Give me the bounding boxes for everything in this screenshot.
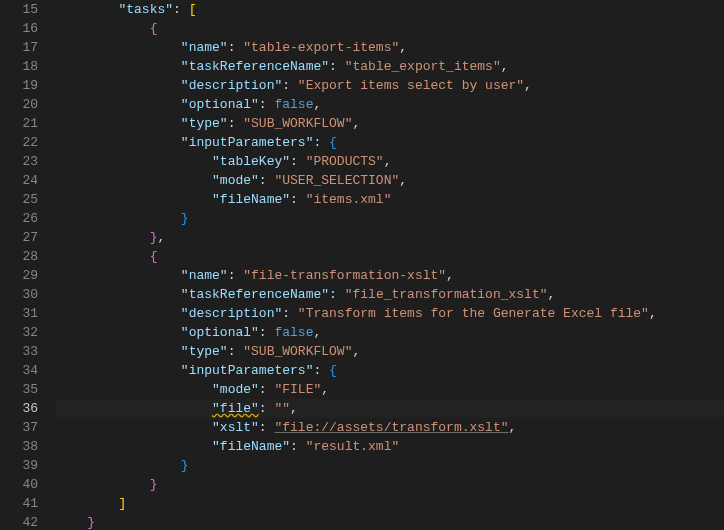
- token-brace3: {: [329, 135, 337, 150]
- token-punct: ,: [509, 420, 517, 435]
- token-key: "inputParameters": [181, 135, 314, 150]
- code-line[interactable]: "description": "Transform items for the …: [56, 304, 724, 323]
- code-line[interactable]: "tableKey": "PRODUCTS",: [56, 152, 724, 171]
- token-punct: :: [259, 401, 275, 416]
- token-brace2: {: [150, 21, 158, 36]
- code-line[interactable]: "mode": "FILE",: [56, 380, 724, 399]
- token-punct: ,: [352, 344, 360, 359]
- line-number: 22: [0, 133, 38, 152]
- token-str: "PRODUCTS": [306, 154, 384, 169]
- line-number: 27: [0, 228, 38, 247]
- token-str: "items.xml": [306, 192, 392, 207]
- token-punct: :: [290, 192, 306, 207]
- token-key: "name": [181, 40, 228, 55]
- code-line[interactable]: "type": "SUB_WORKFLOW",: [56, 342, 724, 361]
- token-key: "description": [181, 78, 282, 93]
- line-number: 26: [0, 209, 38, 228]
- token-punct: ,: [399, 40, 407, 55]
- line-number: 16: [0, 19, 38, 38]
- code-line[interactable]: "optional": false,: [56, 95, 724, 114]
- token-str: "table-export-items": [243, 40, 399, 55]
- code-line[interactable]: "fileName": "items.xml": [56, 190, 724, 209]
- line-number: 30: [0, 285, 38, 304]
- code-line[interactable]: {: [56, 19, 724, 38]
- code-line[interactable]: "name": "file-transformation-xslt",: [56, 266, 724, 285]
- token-str: "FILE": [274, 382, 321, 397]
- code-line[interactable]: "inputParameters": {: [56, 361, 724, 380]
- token-str: "table_export_items": [345, 59, 501, 74]
- token-brace3: }: [181, 458, 189, 473]
- token-punct: :: [282, 78, 298, 93]
- token-punct: ,: [384, 154, 392, 169]
- line-number: 35: [0, 380, 38, 399]
- token-brace2: }: [87, 515, 95, 530]
- token-str: "USER_SELECTION": [274, 173, 399, 188]
- line-number: 28: [0, 247, 38, 266]
- token-bool: false: [274, 97, 313, 112]
- line-number: 34: [0, 361, 38, 380]
- token-punct: :: [313, 135, 329, 150]
- token-punct: :: [259, 173, 275, 188]
- code-line[interactable]: "type": "SUB_WORKFLOW",: [56, 114, 724, 133]
- token-key: "description": [181, 306, 282, 321]
- token-punct: :: [282, 306, 298, 321]
- code-line[interactable]: {: [56, 247, 724, 266]
- token-key: "file": [212, 401, 259, 416]
- code-line[interactable]: "taskReferenceName": "table_export_items…: [56, 57, 724, 76]
- line-number: 19: [0, 76, 38, 95]
- token-key: "mode": [212, 173, 259, 188]
- code-line[interactable]: "name": "table-export-items",: [56, 38, 724, 57]
- token-key: "xslt": [212, 420, 259, 435]
- line-number: 39: [0, 456, 38, 475]
- token-punct: :: [329, 287, 345, 302]
- code-line[interactable]: "fileName": "result.xml": [56, 437, 724, 456]
- token-key: "taskReferenceName": [181, 287, 329, 302]
- line-number: 36: [0, 399, 38, 418]
- code-area[interactable]: "tasks": [ { "name": "table-export-items…: [52, 0, 724, 530]
- code-line[interactable]: }: [56, 475, 724, 494]
- token-punct: :: [313, 363, 329, 378]
- token-punct: ,: [157, 230, 165, 245]
- token-punct: ,: [399, 173, 407, 188]
- code-line[interactable]: "optional": false,: [56, 323, 724, 342]
- token-punct: ,: [548, 287, 556, 302]
- line-number: 33: [0, 342, 38, 361]
- token-str: "Transform items for the Generate Excel …: [298, 306, 649, 321]
- line-number: 31: [0, 304, 38, 323]
- token-punct: ,: [501, 59, 509, 74]
- line-number: 41: [0, 494, 38, 513]
- code-line[interactable]: "inputParameters": {: [56, 133, 724, 152]
- token-punct: ,: [313, 325, 321, 340]
- line-number: 23: [0, 152, 38, 171]
- code-line[interactable]: ]: [56, 494, 724, 513]
- code-line[interactable]: }: [56, 209, 724, 228]
- code-line[interactable]: },: [56, 228, 724, 247]
- code-editor[interactable]: 1516171819202122232425262728293031323334…: [0, 0, 724, 530]
- line-number: 25: [0, 190, 38, 209]
- token-punct: :: [290, 439, 306, 454]
- line-number: 32: [0, 323, 38, 342]
- code-line[interactable]: "description": "Export items select by u…: [56, 76, 724, 95]
- code-line[interactable]: }: [56, 513, 724, 530]
- token-punct: ,: [524, 78, 532, 93]
- token-str: "Export items select by user": [298, 78, 524, 93]
- line-number: 17: [0, 38, 38, 57]
- token-key: "inputParameters": [181, 363, 314, 378]
- line-number: 29: [0, 266, 38, 285]
- token-brace2: {: [150, 249, 158, 264]
- token-str: "file://assets/transform.xslt": [274, 420, 508, 435]
- code-line[interactable]: }: [56, 456, 724, 475]
- token-punct: :: [228, 268, 244, 283]
- token-punct: ,: [290, 401, 298, 416]
- token-key: "name": [181, 268, 228, 283]
- code-line[interactable]: "tasks": [: [56, 0, 724, 19]
- code-line[interactable]: "xslt": "file://assets/transform.xslt",: [56, 418, 724, 437]
- token-key: "taskReferenceName": [181, 59, 329, 74]
- line-number: 38: [0, 437, 38, 456]
- code-line[interactable]: "taskReferenceName": "file_transformatio…: [56, 285, 724, 304]
- token-bool: false: [274, 325, 313, 340]
- line-number: 37: [0, 418, 38, 437]
- token-punct: ,: [321, 382, 329, 397]
- code-line[interactable]: "mode": "USER_SELECTION",: [56, 171, 724, 190]
- code-line[interactable]: "file": "",: [56, 399, 724, 418]
